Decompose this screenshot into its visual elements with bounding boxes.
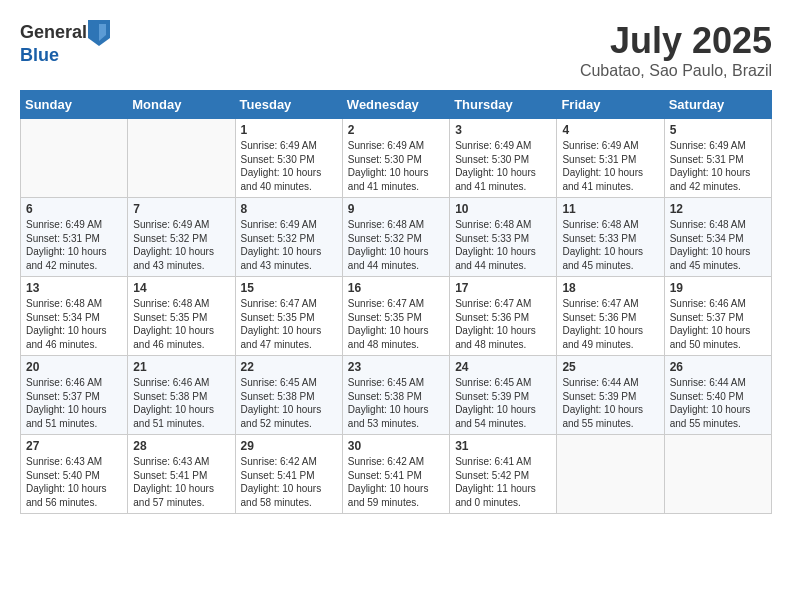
day-number: 30 bbox=[348, 439, 444, 453]
logo-icon bbox=[88, 20, 110, 46]
day-info: Sunrise: 6:49 AM Sunset: 5:31 PM Dayligh… bbox=[26, 218, 122, 272]
day-info: Sunrise: 6:49 AM Sunset: 5:32 PM Dayligh… bbox=[133, 218, 229, 272]
day-info: Sunrise: 6:43 AM Sunset: 5:40 PM Dayligh… bbox=[26, 455, 122, 509]
calendar-cell: 8Sunrise: 6:49 AM Sunset: 5:32 PM Daylig… bbox=[235, 198, 342, 277]
logo: General Blue bbox=[20, 20, 111, 66]
day-number: 15 bbox=[241, 281, 337, 295]
weekday-header-monday: Monday bbox=[128, 91, 235, 119]
calendar-week-row: 20Sunrise: 6:46 AM Sunset: 5:37 PM Dayli… bbox=[21, 356, 772, 435]
calendar-cell: 23Sunrise: 6:45 AM Sunset: 5:38 PM Dayli… bbox=[342, 356, 449, 435]
calendar-cell: 25Sunrise: 6:44 AM Sunset: 5:39 PM Dayli… bbox=[557, 356, 664, 435]
weekday-header-thursday: Thursday bbox=[450, 91, 557, 119]
title-block: July 2025 Cubatao, Sao Paulo, Brazil bbox=[580, 20, 772, 80]
day-number: 12 bbox=[670, 202, 766, 216]
calendar-cell: 6Sunrise: 6:49 AM Sunset: 5:31 PM Daylig… bbox=[21, 198, 128, 277]
day-number: 23 bbox=[348, 360, 444, 374]
day-number: 5 bbox=[670, 123, 766, 137]
day-info: Sunrise: 6:47 AM Sunset: 5:36 PM Dayligh… bbox=[562, 297, 658, 351]
day-number: 16 bbox=[348, 281, 444, 295]
day-info: Sunrise: 6:47 AM Sunset: 5:35 PM Dayligh… bbox=[241, 297, 337, 351]
day-number: 10 bbox=[455, 202, 551, 216]
calendar-cell: 15Sunrise: 6:47 AM Sunset: 5:35 PM Dayli… bbox=[235, 277, 342, 356]
day-info: Sunrise: 6:48 AM Sunset: 5:34 PM Dayligh… bbox=[670, 218, 766, 272]
calendar-cell: 24Sunrise: 6:45 AM Sunset: 5:39 PM Dayli… bbox=[450, 356, 557, 435]
day-info: Sunrise: 6:48 AM Sunset: 5:35 PM Dayligh… bbox=[133, 297, 229, 351]
logo-text: General Blue bbox=[20, 20, 111, 66]
calendar-cell: 19Sunrise: 6:46 AM Sunset: 5:37 PM Dayli… bbox=[664, 277, 771, 356]
day-info: Sunrise: 6:49 AM Sunset: 5:30 PM Dayligh… bbox=[348, 139, 444, 193]
day-number: 19 bbox=[670, 281, 766, 295]
calendar-cell: 11Sunrise: 6:48 AM Sunset: 5:33 PM Dayli… bbox=[557, 198, 664, 277]
day-number: 9 bbox=[348, 202, 444, 216]
page-header: General Blue July 2025 Cubatao, Sao Paul… bbox=[20, 20, 772, 80]
day-number: 18 bbox=[562, 281, 658, 295]
weekday-header-friday: Friday bbox=[557, 91, 664, 119]
day-number: 21 bbox=[133, 360, 229, 374]
day-info: Sunrise: 6:44 AM Sunset: 5:40 PM Dayligh… bbox=[670, 376, 766, 430]
calendar-cell: 17Sunrise: 6:47 AM Sunset: 5:36 PM Dayli… bbox=[450, 277, 557, 356]
day-info: Sunrise: 6:44 AM Sunset: 5:39 PM Dayligh… bbox=[562, 376, 658, 430]
calendar-cell: 18Sunrise: 6:47 AM Sunset: 5:36 PM Dayli… bbox=[557, 277, 664, 356]
day-number: 3 bbox=[455, 123, 551, 137]
calendar-cell bbox=[557, 435, 664, 514]
day-info: Sunrise: 6:49 AM Sunset: 5:31 PM Dayligh… bbox=[670, 139, 766, 193]
calendar-cell bbox=[128, 119, 235, 198]
calendar-table: SundayMondayTuesdayWednesdayThursdayFrid… bbox=[20, 90, 772, 514]
month-title: July 2025 bbox=[580, 20, 772, 62]
day-number: 25 bbox=[562, 360, 658, 374]
calendar-cell: 16Sunrise: 6:47 AM Sunset: 5:35 PM Dayli… bbox=[342, 277, 449, 356]
day-info: Sunrise: 6:46 AM Sunset: 5:38 PM Dayligh… bbox=[133, 376, 229, 430]
calendar-cell: 10Sunrise: 6:48 AM Sunset: 5:33 PM Dayli… bbox=[450, 198, 557, 277]
day-info: Sunrise: 6:42 AM Sunset: 5:41 PM Dayligh… bbox=[348, 455, 444, 509]
calendar-cell: 13Sunrise: 6:48 AM Sunset: 5:34 PM Dayli… bbox=[21, 277, 128, 356]
day-info: Sunrise: 6:48 AM Sunset: 5:34 PM Dayligh… bbox=[26, 297, 122, 351]
day-info: Sunrise: 6:45 AM Sunset: 5:39 PM Dayligh… bbox=[455, 376, 551, 430]
day-info: Sunrise: 6:46 AM Sunset: 5:37 PM Dayligh… bbox=[670, 297, 766, 351]
day-info: Sunrise: 6:49 AM Sunset: 5:30 PM Dayligh… bbox=[455, 139, 551, 193]
day-number: 20 bbox=[26, 360, 122, 374]
day-number: 31 bbox=[455, 439, 551, 453]
day-number: 2 bbox=[348, 123, 444, 137]
day-info: Sunrise: 6:47 AM Sunset: 5:35 PM Dayligh… bbox=[348, 297, 444, 351]
day-info: Sunrise: 6:41 AM Sunset: 5:42 PM Dayligh… bbox=[455, 455, 551, 509]
calendar-cell bbox=[664, 435, 771, 514]
weekday-header-saturday: Saturday bbox=[664, 91, 771, 119]
logo-blue: Blue bbox=[20, 45, 59, 65]
calendar-cell: 5Sunrise: 6:49 AM Sunset: 5:31 PM Daylig… bbox=[664, 119, 771, 198]
day-info: Sunrise: 6:46 AM Sunset: 5:37 PM Dayligh… bbox=[26, 376, 122, 430]
day-number: 7 bbox=[133, 202, 229, 216]
day-info: Sunrise: 6:43 AM Sunset: 5:41 PM Dayligh… bbox=[133, 455, 229, 509]
day-number: 1 bbox=[241, 123, 337, 137]
calendar-cell: 31Sunrise: 6:41 AM Sunset: 5:42 PM Dayli… bbox=[450, 435, 557, 514]
day-number: 4 bbox=[562, 123, 658, 137]
day-number: 6 bbox=[26, 202, 122, 216]
day-number: 11 bbox=[562, 202, 658, 216]
weekday-header-wednesday: Wednesday bbox=[342, 91, 449, 119]
calendar-cell: 12Sunrise: 6:48 AM Sunset: 5:34 PM Dayli… bbox=[664, 198, 771, 277]
calendar-cell: 4Sunrise: 6:49 AM Sunset: 5:31 PM Daylig… bbox=[557, 119, 664, 198]
day-info: Sunrise: 6:49 AM Sunset: 5:30 PM Dayligh… bbox=[241, 139, 337, 193]
calendar-cell: 21Sunrise: 6:46 AM Sunset: 5:38 PM Dayli… bbox=[128, 356, 235, 435]
day-number: 13 bbox=[26, 281, 122, 295]
weekday-header-tuesday: Tuesday bbox=[235, 91, 342, 119]
day-number: 8 bbox=[241, 202, 337, 216]
weekday-header-sunday: Sunday bbox=[21, 91, 128, 119]
day-number: 17 bbox=[455, 281, 551, 295]
calendar-cell bbox=[21, 119, 128, 198]
calendar-cell: 1Sunrise: 6:49 AM Sunset: 5:30 PM Daylig… bbox=[235, 119, 342, 198]
calendar-week-row: 27Sunrise: 6:43 AM Sunset: 5:40 PM Dayli… bbox=[21, 435, 772, 514]
day-info: Sunrise: 6:47 AM Sunset: 5:36 PM Dayligh… bbox=[455, 297, 551, 351]
day-info: Sunrise: 6:42 AM Sunset: 5:41 PM Dayligh… bbox=[241, 455, 337, 509]
calendar-cell: 29Sunrise: 6:42 AM Sunset: 5:41 PM Dayli… bbox=[235, 435, 342, 514]
location-title: Cubatao, Sao Paulo, Brazil bbox=[580, 62, 772, 80]
calendar-cell: 7Sunrise: 6:49 AM Sunset: 5:32 PM Daylig… bbox=[128, 198, 235, 277]
calendar-cell: 22Sunrise: 6:45 AM Sunset: 5:38 PM Dayli… bbox=[235, 356, 342, 435]
day-info: Sunrise: 6:49 AM Sunset: 5:32 PM Dayligh… bbox=[241, 218, 337, 272]
day-number: 28 bbox=[133, 439, 229, 453]
calendar-cell: 9Sunrise: 6:48 AM Sunset: 5:32 PM Daylig… bbox=[342, 198, 449, 277]
day-info: Sunrise: 6:45 AM Sunset: 5:38 PM Dayligh… bbox=[348, 376, 444, 430]
calendar-cell: 14Sunrise: 6:48 AM Sunset: 5:35 PM Dayli… bbox=[128, 277, 235, 356]
calendar-cell: 3Sunrise: 6:49 AM Sunset: 5:30 PM Daylig… bbox=[450, 119, 557, 198]
logo-general: General bbox=[20, 22, 87, 42]
day-number: 29 bbox=[241, 439, 337, 453]
